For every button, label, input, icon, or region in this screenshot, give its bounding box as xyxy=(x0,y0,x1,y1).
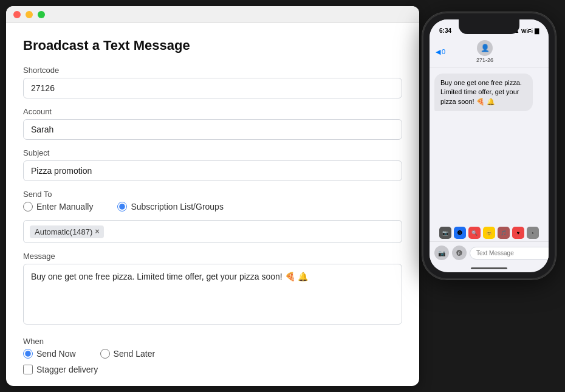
send-to-field-group: Send To Enter Manually Subscription List… xyxy=(23,190,402,211)
contact-name: 271-26 xyxy=(445,57,524,63)
subject-field-group: Subject xyxy=(23,148,402,181)
mic-icon[interactable]: 🅐 xyxy=(452,246,467,260)
radio-send-now-option[interactable]: Send Now xyxy=(23,349,76,359)
camera-icon[interactable]: 📷 xyxy=(434,246,449,260)
form-content: Broadcast a Text Message Shortcode Accou… xyxy=(6,23,419,386)
back-button[interactable]: ◀ 0 xyxy=(436,48,445,56)
account-field-group: Account xyxy=(23,107,402,140)
tag-automatic: Automatic(1487) × xyxy=(30,225,104,238)
page-title: Broadcast a Text Message xyxy=(23,38,402,53)
radio-send-now-input[interactable] xyxy=(23,349,33,359)
iphone-header: ◀ 0 👤 271-26 xyxy=(430,36,549,67)
titlebar xyxy=(6,6,419,23)
radio-subscription-option[interactable]: Subscription List/Groups xyxy=(117,202,224,211)
minimize-button[interactable] xyxy=(26,11,33,18)
message-text: Buy one get one free pizza. Limited time… xyxy=(440,79,522,105)
phone-area: 6:34 ▲▲▲ WiFi ▇ ◀ 0 👤 271-26 xyxy=(419,0,565,392)
account-input[interactable] xyxy=(23,119,402,140)
account-label: Account xyxy=(23,107,402,116)
shortcode-field-group: Shortcode xyxy=(23,66,402,98)
subject-label: Subject xyxy=(23,148,402,157)
battery-icon: ▇ xyxy=(535,28,539,34)
shortcode-input[interactable] xyxy=(23,78,402,98)
radio-subscription-label: Subscription List/Groups xyxy=(131,202,224,211)
radio-send-later-option[interactable]: Send Later xyxy=(100,349,156,359)
iphone-notch xyxy=(459,19,519,34)
emoji-app-icon[interactable]: 😊 xyxy=(483,227,495,239)
when-label: When xyxy=(23,337,402,346)
home-bar xyxy=(430,264,549,272)
message-textarea[interactable]: Buy one get one free pizza. Limited time… xyxy=(23,264,402,325)
stagger-checkbox[interactable] xyxy=(23,365,33,374)
contact-avatar: 👤 xyxy=(477,40,493,56)
main-window: Broadcast a Text Message Shortcode Accou… xyxy=(6,6,419,386)
message-field-group: Message Buy one get one free pizza. Limi… xyxy=(23,252,402,327)
more-app-icon[interactable]: › xyxy=(527,227,539,239)
tags-container[interactable]: Automatic(1487) × xyxy=(23,220,402,243)
messages-area: Buy one get one free pizza. Limited time… xyxy=(430,67,549,224)
search-app-icon[interactable]: 🔍 xyxy=(468,227,481,239)
camera-app-icon[interactable]: 📷 xyxy=(439,227,451,239)
send-to-label: Send To xyxy=(23,190,402,199)
stagger-label: Stagger delivery xyxy=(36,365,98,374)
radio-send-now-label: Send Now xyxy=(36,349,76,359)
music-app-icon[interactable]: 🎵 xyxy=(498,227,510,239)
time-display: 6:34 xyxy=(439,27,451,34)
tag-close-button[interactable]: × xyxy=(95,227,99,236)
text-message-input[interactable] xyxy=(470,247,549,260)
contact-info: 👤 271-26 xyxy=(445,40,524,63)
iphone-mockup: 6:34 ▲▲▲ WiFi ▇ ◀ 0 👤 271-26 xyxy=(422,12,556,280)
tag-label: Automatic(1487) xyxy=(35,227,92,236)
maximize-button[interactable] xyxy=(38,11,45,18)
message-label: Message xyxy=(23,252,402,261)
radio-manual-input[interactable] xyxy=(23,202,33,211)
radio-manual-option[interactable]: Enter Manually xyxy=(23,202,93,211)
stagger-row: Stagger delivery xyxy=(23,365,402,374)
radio-send-later-label: Send Later xyxy=(114,349,156,359)
back-chevron-icon: ◀ xyxy=(436,48,440,56)
shortcode-label: Shortcode xyxy=(23,66,402,75)
radio-subscription-input[interactable] xyxy=(117,202,127,211)
home-bar-line xyxy=(471,267,507,269)
when-radio-group: Send Now Send Later xyxy=(23,349,402,359)
message-bubble: Buy one get one free pizza. Limited time… xyxy=(434,74,533,111)
subject-input[interactable] xyxy=(23,160,402,181)
radio-manual-label: Enter Manually xyxy=(36,202,93,211)
avatar-icon: 👤 xyxy=(481,44,490,52)
when-section: When Send Now Send Later Stagger deliver… xyxy=(23,337,402,374)
wifi-icon: WiFi xyxy=(521,28,533,34)
radio-send-later-input[interactable] xyxy=(100,349,110,359)
send-to-radio-group: Enter Manually Subscription List/Groups xyxy=(23,202,402,211)
appstore-app-icon[interactable]: 🅐 xyxy=(454,227,466,239)
close-button[interactable] xyxy=(13,11,21,18)
heart-app-icon[interactable]: ♥ xyxy=(512,227,524,239)
iphone-input-bar: 📷 🅐 ↑ xyxy=(430,241,549,264)
apps-bar: 📷 🅐 🔍 😊 🎵 ♥ › xyxy=(430,224,549,241)
iphone-screen: 6:34 ▲▲▲ WiFi ▇ ◀ 0 👤 271-26 xyxy=(430,19,549,272)
